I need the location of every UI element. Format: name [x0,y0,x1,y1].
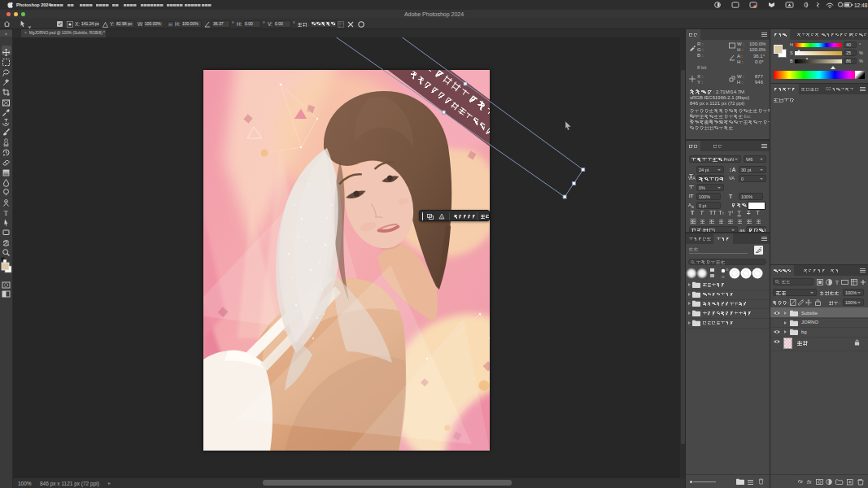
svg-text:45: 45 [726,268,729,272]
svg-text:30: 30 [722,276,725,279]
svg-text:fx: fx [807,479,812,485]
svg-text:T: T [835,279,840,285]
